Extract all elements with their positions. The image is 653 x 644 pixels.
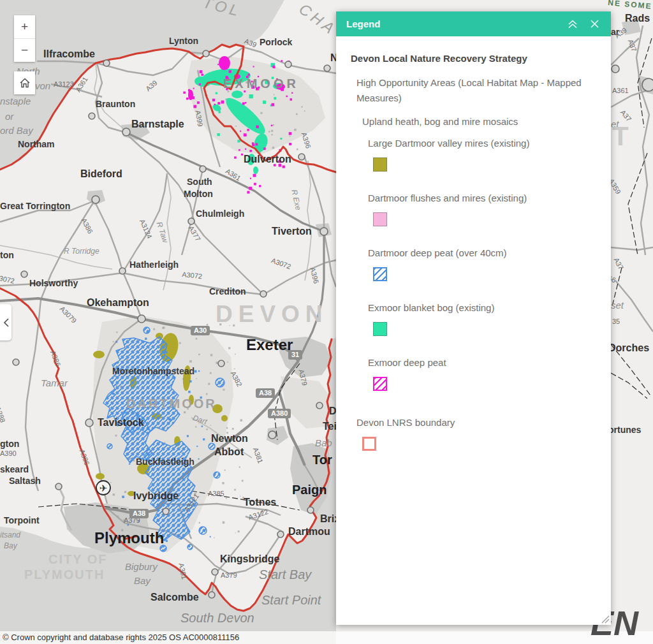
town-dot xyxy=(13,359,19,365)
town-dot xyxy=(209,592,215,598)
collapse-panel-button[interactable] xyxy=(566,18,579,31)
legend-item-label: Exmoor deep peat xyxy=(368,356,611,369)
map-application: ✈ TOLCHANE SOMERadsarIlfracombeLyntonPor… xyxy=(0,0,653,644)
town-dot xyxy=(55,483,62,490)
attribution-text: © Crown copyright and database rights 20… xyxy=(3,633,239,642)
town-dot xyxy=(277,531,284,538)
close-icon xyxy=(590,19,599,29)
town-dot xyxy=(89,113,95,119)
legend-panel: Legend Devon Local Nature Recovery Strat… xyxy=(336,11,611,625)
zoom-controls: + − xyxy=(14,15,35,62)
airport-icon: ✈ xyxy=(96,481,110,495)
chevron-left-icon xyxy=(3,318,10,327)
town-dot xyxy=(320,228,328,235)
attribution-bar: © Crown copyright and database rights 20… xyxy=(0,631,653,644)
legend-panel-title: Legend xyxy=(346,18,557,29)
town-dot xyxy=(200,166,206,172)
town-dot xyxy=(21,271,27,277)
town-dot xyxy=(163,508,169,515)
legend-item-boundary: Devon LNRS boundary xyxy=(336,416,611,451)
town-dot xyxy=(307,507,314,513)
legend-header: Legend xyxy=(336,11,611,36)
panel-collapse-tab[interactable] xyxy=(0,304,11,340)
legend-item-label: Dartmoor deep peat (over 40cm) xyxy=(368,247,611,260)
town-dot xyxy=(285,61,291,68)
town-dot xyxy=(298,154,305,160)
town-dot xyxy=(268,431,276,439)
legend-item: Exmoor deep peat xyxy=(336,356,611,391)
zoom-out-button[interactable]: − xyxy=(14,39,35,62)
town-dot xyxy=(260,291,267,297)
town-dot xyxy=(188,218,194,224)
legend-swatch xyxy=(373,377,387,391)
town-dot xyxy=(103,60,110,66)
town-dot xyxy=(138,315,145,323)
home-button[interactable] xyxy=(14,71,35,94)
legend-layer-title: Devon Local Nature Recovery Strategy xyxy=(351,53,611,64)
legend-item: Exmoor blanket bog (existing) xyxy=(336,302,611,336)
town-dot xyxy=(92,196,99,203)
legend-item-label: Devon LNRS boundary xyxy=(356,416,611,429)
legend-item: Dartmoor deep peat (over 40cm) xyxy=(336,247,611,281)
town-dot xyxy=(212,569,218,575)
close-panel-button[interactable] xyxy=(588,18,601,31)
legend-group-title: High Opportunity Areas (Local Habitat Ma… xyxy=(356,75,596,106)
svg-text:✈: ✈ xyxy=(99,483,108,494)
legend-item-label: Large Dartmoor valley mires (existing) xyxy=(368,137,611,150)
town-dot xyxy=(642,78,653,91)
legend-swatch xyxy=(373,267,387,281)
zoom-in-button[interactable]: + xyxy=(14,15,35,39)
home-icon xyxy=(19,77,31,89)
town-dot xyxy=(122,128,130,136)
legend-item-label: Dartmoor flushes and mires (existing) xyxy=(368,192,611,205)
boundary-swatch xyxy=(362,437,376,451)
legend-body[interactable]: Devon Local Nature Recovery Strategy Hig… xyxy=(336,36,611,625)
town-dot xyxy=(203,50,209,57)
legend-swatch xyxy=(373,157,387,172)
legend-subgroup-title: Upland heath, bog and mire mosaics xyxy=(362,116,611,127)
panel-resize-handle[interactable] xyxy=(601,615,610,624)
town-dot xyxy=(85,419,93,427)
town-dot xyxy=(316,402,323,409)
legend-item: Large Dartmoor valley mires (existing) xyxy=(336,137,611,172)
town-dot xyxy=(324,65,330,71)
town-dot xyxy=(612,65,619,73)
town-dot xyxy=(119,268,126,274)
legend-item: Dartmoor flushes and mires (existing) xyxy=(336,192,611,226)
legend-items: Large Dartmoor valley mires (existing)Da… xyxy=(336,137,611,391)
town-dot xyxy=(218,360,224,367)
legend-swatch xyxy=(373,212,387,226)
legend-item-label: Exmoor blanket bog (existing) xyxy=(368,302,611,314)
legend-swatch xyxy=(373,322,387,336)
double-chevron-up-icon xyxy=(567,19,578,29)
